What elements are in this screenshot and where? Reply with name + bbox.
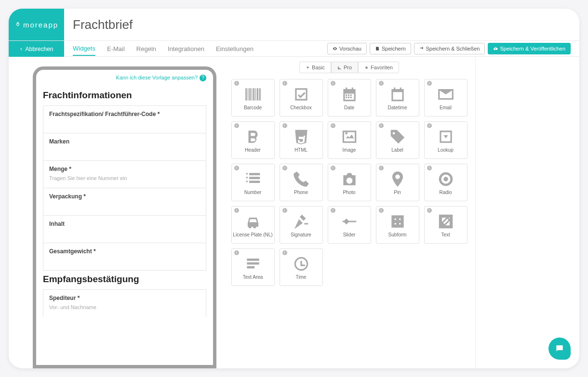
info-icon[interactable]: i bbox=[427, 166, 432, 170]
widget-envelope[interactable]: iEmail bbox=[424, 79, 468, 117]
widget-label: Phone bbox=[294, 190, 308, 197]
tab-widgets[interactable]: Widgets bbox=[73, 42, 95, 56]
info-icon[interactable]: i bbox=[331, 81, 335, 86]
widget-image[interactable]: iImage bbox=[328, 121, 371, 159]
info-icon[interactable]: i bbox=[234, 250, 239, 255]
widget-label: Date bbox=[344, 105, 354, 112]
info-icon[interactable]: i bbox=[427, 81, 432, 86]
help-link[interactable]: Kann ich diese Vorlage anpassen?? bbox=[36, 70, 213, 86]
form-field[interactable]: Menge *Tragen Sie hier eine Nummer ein bbox=[43, 160, 206, 188]
slider-icon bbox=[340, 211, 359, 232]
lines-icon bbox=[244, 253, 262, 274]
form-field[interactable]: Frachtspezifikation/ Frachtführer-Code * bbox=[43, 105, 206, 133]
info-icon[interactable]: i bbox=[427, 208, 432, 213]
widget-tag[interactable]: iLabel bbox=[376, 121, 419, 159]
widget-gavel[interactable]: iSignature bbox=[280, 206, 323, 244]
barcode-icon bbox=[244, 84, 262, 105]
widget-dropdown[interactable]: iLookup bbox=[424, 121, 468, 159]
widget-calendar-empty[interactable]: iDatetime bbox=[376, 79, 419, 117]
info-icon[interactable]: i bbox=[331, 208, 335, 213]
segment-basic[interactable]: Basic bbox=[299, 62, 331, 73]
pencil-square-icon bbox=[437, 211, 455, 232]
widget-label: Text Area bbox=[243, 274, 263, 282]
info-icon[interactable]: i bbox=[282, 250, 287, 255]
info-icon[interactable]: i bbox=[282, 81, 287, 86]
save-button[interactable]: Speichern bbox=[370, 43, 411, 54]
envelope-icon bbox=[437, 84, 455, 105]
widget-radio[interactable]: iRadio bbox=[424, 164, 468, 201]
tab-rules[interactable]: Regeln bbox=[136, 42, 156, 55]
cancel-button[interactable]: Abbrechen bbox=[9, 41, 64, 57]
form-field[interactable]: Marken bbox=[43, 133, 206, 161]
form-field[interactable]: Spediteur *Vor- und Nachname bbox=[43, 289, 206, 317]
calendar-icon bbox=[340, 84, 359, 105]
widget-label: Photo bbox=[343, 190, 355, 197]
widget-phone[interactable]: iPhone bbox=[280, 164, 323, 201]
tab-integrations[interactable]: Integrationen bbox=[168, 42, 204, 55]
save-close-button[interactable]: Speichern & Schließen bbox=[414, 43, 485, 54]
pin-icon bbox=[388, 169, 407, 190]
info-icon[interactable]: i bbox=[379, 208, 384, 213]
info-icon[interactable]: i bbox=[331, 166, 335, 170]
image-icon bbox=[340, 126, 359, 147]
nav-tabs: Widgets E-Mail Regeln Integrationen Eins… bbox=[64, 41, 327, 56]
widget-slider[interactable]: iSlider bbox=[328, 206, 371, 244]
car-icon bbox=[244, 211, 262, 232]
form-field[interactable]: Inhalt bbox=[43, 215, 206, 243]
widget-bold[interactable]: iHeader bbox=[231, 121, 275, 159]
widget-pin[interactable]: iPin bbox=[376, 164, 419, 201]
widget-plus-square[interactable]: iSubform bbox=[376, 206, 419, 244]
widget-lines[interactable]: iText Area bbox=[231, 248, 275, 286]
form-preview: Kann ich diese Vorlage anpassen?? Fracht… bbox=[33, 66, 216, 368]
widget-label: Label bbox=[391, 147, 403, 155]
form-field[interactable]: Verpackung * bbox=[43, 188, 206, 216]
info-icon[interactable]: i bbox=[282, 166, 287, 170]
widget-clock[interactable]: iTime bbox=[280, 248, 323, 286]
info-icon[interactable]: i bbox=[331, 123, 335, 128]
phone-icon bbox=[292, 169, 310, 190]
properties-panel bbox=[476, 57, 579, 368]
widget-calendar[interactable]: iDate bbox=[328, 79, 371, 117]
widget-camera[interactable]: iPhoto bbox=[328, 164, 371, 201]
chat-fab[interactable] bbox=[548, 338, 571, 360]
radio-icon bbox=[437, 169, 455, 190]
dropdown-icon bbox=[437, 126, 455, 147]
tab-email[interactable]: E-Mail bbox=[107, 42, 125, 55]
info-icon[interactable]: i bbox=[282, 208, 287, 213]
widget-label: Image bbox=[343, 147, 356, 155]
segment-favorites[interactable]: Favoriten bbox=[358, 62, 399, 73]
info-icon[interactable]: i bbox=[427, 123, 432, 128]
widget-label: HTML bbox=[294, 147, 307, 155]
widget-label: Text bbox=[441, 232, 450, 239]
widget-barcode[interactable]: iBarcode bbox=[231, 79, 275, 117]
widget-checkbox[interactable]: iCheckbox bbox=[280, 79, 323, 117]
clock-icon bbox=[292, 253, 310, 274]
widget-pencil-square[interactable]: iText bbox=[424, 206, 468, 244]
widget-html5[interactable]: iHTML bbox=[280, 121, 323, 159]
segment-pro[interactable]: Pro bbox=[331, 62, 358, 73]
widget-label: Radio bbox=[439, 190, 452, 197]
field-label: Menge * bbox=[49, 166, 200, 172]
info-icon[interactable]: i bbox=[379, 81, 384, 86]
save-publish-button[interactable]: Speichern & Veröffentlichen bbox=[488, 43, 571, 54]
html5-icon bbox=[292, 126, 310, 147]
info-icon[interactable]: i bbox=[234, 208, 239, 213]
help-icon: ? bbox=[200, 75, 206, 81]
tag-icon bbox=[388, 126, 407, 147]
field-label: Inhalt bbox=[49, 221, 200, 227]
info-icon[interactable]: i bbox=[234, 166, 239, 170]
info-icon[interactable]: i bbox=[282, 123, 287, 128]
info-icon[interactable]: i bbox=[379, 166, 384, 170]
tab-settings[interactable]: Einstellungen bbox=[216, 42, 254, 55]
form-field[interactable]: Gesamtgewicht * bbox=[43, 243, 206, 271]
widget-label: Time bbox=[296, 274, 307, 282]
widget-car[interactable]: iLicense Plate (NL) bbox=[231, 206, 275, 244]
calendar-empty-icon bbox=[388, 84, 407, 105]
info-icon[interactable]: i bbox=[234, 81, 239, 86]
widget-numbered-list[interactable]: iNumber bbox=[231, 164, 275, 201]
info-icon[interactable]: i bbox=[379, 123, 384, 128]
field-label: Gesamtgewicht * bbox=[49, 248, 200, 255]
preview-button[interactable]: Vorschau bbox=[327, 43, 367, 54]
info-icon[interactable]: i bbox=[234, 123, 239, 128]
numbered-list-icon bbox=[244, 169, 262, 190]
